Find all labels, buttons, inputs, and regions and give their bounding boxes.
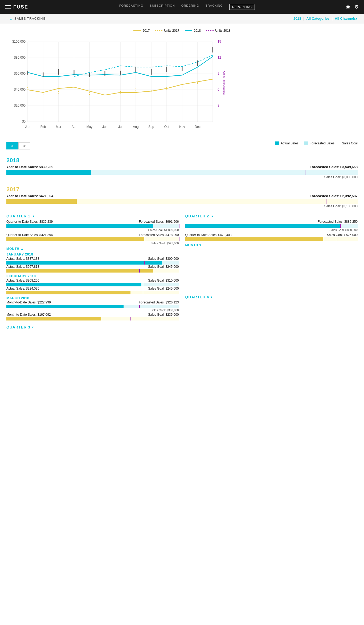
year-label-2018: 2018 [6, 157, 358, 164]
quarter2-section: QUARTER 2 ▲ Forecasted Sales: $882,250 S… [185, 214, 358, 325]
march-2018-name: MARCH 2018 [6, 296, 179, 300]
section-2018: 2018 Year-to-Date Sales: $839,239 Foreca… [0, 154, 364, 185]
nav-logo-text: FUSE [13, 4, 28, 10]
bar-fill-2018 [6, 170, 91, 175]
q2-month-header[interactable]: MONTH ▾ [185, 243, 358, 247]
legend-label-2018: 2018 [194, 29, 201, 33]
toggle-dollar[interactable]: $ [6, 142, 18, 149]
gear-icon[interactable]: ⚙ [354, 4, 359, 10]
ytd-label-2018: Year-to-Date Sales: $839,239 [6, 165, 53, 169]
breadcrumb-bar: ‹ ⊙ SALES TRACKING 2018 | All Categories… [0, 14, 364, 23]
svg-text:Nov: Nov [179, 125, 185, 129]
legend-label-units2018: Units 2018 [215, 29, 230, 33]
legend-forecasted: Forecasted Sales [304, 141, 334, 145]
legend-label-units2017: Units 2017 [164, 29, 179, 33]
chart-section: 2017 Units 2017 2018 Units 2018 $100,000 [0, 23, 364, 154]
breadcrumb-left: ‹ ⊙ SALES TRACKING [6, 17, 46, 21]
actual-label: Actual Sales [281, 141, 298, 145]
quarter1-header[interactable]: QUARTER 1 ▲ [6, 214, 179, 218]
quarter4-header[interactable]: QUARTER 4 ▾ [185, 295, 358, 299]
chart-toggle: $ # [6, 142, 30, 149]
main-chart-svg: $100,000 $80,000 $60,000 $40,000 $20,000… [6, 35, 225, 139]
q2-2018-row: Forecasted Sales: $882,250 [185, 220, 358, 224]
svg-text:Jun: Jun [102, 125, 107, 129]
goal-label: Sales Goal [342, 141, 358, 145]
quarter3-header[interactable]: QUARTER 3 ▾ [6, 325, 358, 329]
mar-2017-row: Month-to-Date Sales: $167,092 Sales Goal… [6, 313, 179, 316]
breadcrumb-title: SALES TRACKING [14, 17, 46, 21]
svg-text:Jan: Jan [25, 125, 30, 129]
feb-2017-bar [6, 291, 179, 294]
nav-bar: FUSE FORECASTING SUBSCRIPTION ORDERING T… [0, 0, 364, 14]
nav-subscription[interactable]: SUBSCRIPTION [150, 4, 175, 10]
quarter2-header[interactable]: QUARTER 2 ▲ [185, 214, 358, 218]
svg-text:Dec: Dec [195, 125, 200, 129]
quarter4-arrow: ▾ [211, 295, 212, 299]
legend-line-units2017 [155, 30, 162, 31]
svg-text:6: 6 [218, 88, 219, 91]
q1-2017-bar [6, 237, 179, 241]
quarter1-arrow: ▲ [32, 214, 35, 218]
q1-2018-row: Quarter-to-Date Sales: $839,239 Forecast… [6, 220, 179, 224]
legend-line-2018 [185, 30, 192, 31]
channel-filter[interactable]: All Channels▾ [335, 17, 358, 21]
feb-2017-row: Actual Sales: $224,095 Sales Goal: $245,… [6, 287, 179, 290]
nav-reporting[interactable]: REPORTING [229, 4, 255, 10]
ytd-row-2018: Year-to-Date Sales: $839,239 Forecasted … [6, 165, 358, 169]
forecasted-2017: Forecasted Sales: $2,392,587 [310, 194, 358, 198]
toggle-hash[interactable]: # [18, 142, 30, 149]
svg-text:$100,000: $100,000 [12, 40, 26, 43]
february-2018-name: FEBRUARY 2018 [6, 274, 179, 278]
q1-2017-fill [6, 237, 144, 241]
chart-legend: 2017 Units 2017 2018 Units 2018 [6, 29, 358, 33]
nav-forecasting[interactable]: FORECASTING [119, 4, 143, 10]
quarter4-section: QUARTER 4 ▾ [185, 295, 358, 299]
svg-text:Apr: Apr [72, 125, 77, 129]
legend-line-2017 [133, 30, 141, 31]
breadcrumb-icon: ⊙ [10, 17, 12, 21]
jan-2017-row: Actual Sales: $267,813 Sales Goal: $245,… [6, 265, 179, 269]
nav-icons: ◉ ⚙ [346, 4, 359, 10]
svg-text:Oct: Oct [164, 125, 169, 129]
q1-2017-right: Forecasted Sales: $478,290 [139, 233, 179, 237]
nav-links: FORECASTING SUBSCRIPTION ORDERING TRACKI… [119, 4, 255, 10]
q1-2017-goal-text: Sales Goal: $525,000 [6, 242, 179, 245]
quarter2-label: QUARTER 2 [185, 214, 209, 218]
mar-2018-bar [6, 305, 179, 308]
svg-text:Sep: Sep [148, 125, 154, 129]
goal-text-2018: Sales Goal: $3,000,000 [6, 175, 358, 179]
january-2018-name: JANUARY 2018 [6, 252, 179, 256]
q1-2018-right: Forecasted Sales: $991,506 [139, 220, 179, 224]
breadcrumb-right: 2018 | All Categories | All Channels▾ [293, 17, 358, 21]
nav-ordering[interactable]: ORDERING [181, 4, 199, 10]
feb-2018-row: Actual Sales: $308,250 Sales Goal: $310,… [6, 279, 179, 282]
bar-track-2018 [6, 170, 358, 175]
q2-2017-bar [185, 237, 358, 241]
q1-2018-goal [179, 224, 179, 228]
back-arrow[interactable]: ‹ [6, 17, 7, 21]
actual-rect [275, 141, 279, 145]
bulb-icon[interactable]: ◉ [346, 4, 350, 10]
svg-text:$80,000: $80,000 [14, 56, 26, 59]
svg-text:$20,000: $20,000 [14, 104, 26, 107]
q1-2018-goal-text: Sales Goal: $1,000,000 [6, 228, 179, 232]
mar-2018-row: Month-to-Date Sales: $222,999 Forecasted… [6, 301, 179, 304]
bar-track-2017 [6, 199, 358, 204]
legend-units2017: Units 2017 [155, 29, 179, 33]
legend-2018: 2018 [185, 29, 201, 33]
quarters-grid: QUARTER 1 ▲ Quarter-to-Date Sales: $839,… [0, 214, 364, 325]
q1-2018-left: Quarter-to-Date Sales: $839,239 [6, 220, 53, 224]
forecasted-label: Forecasted Sales [310, 141, 334, 145]
q1-2018-fill [6, 224, 153, 228]
svg-text:Jul: Jul [118, 125, 122, 129]
chart-wrap: $100,000 $80,000 $60,000 $40,000 $20,000… [6, 35, 358, 139]
category-filter[interactable]: All Categories [306, 17, 329, 21]
quarter1-section: QUARTER 1 ▲ Quarter-to-Date Sales: $839,… [6, 214, 179, 325]
breadcrumb-year[interactable]: 2018 [293, 17, 301, 21]
nav-tracking[interactable]: TRACKING [206, 4, 223, 10]
quarter3-arrow: ▾ [32, 326, 34, 329]
quarter3-label: QUARTER 3 [6, 325, 30, 329]
legend-actual: Actual Sales [275, 141, 298, 145]
month-header[interactable]: MONTH ▲ [6, 247, 179, 251]
legend-line-units2018 [206, 30, 214, 31]
